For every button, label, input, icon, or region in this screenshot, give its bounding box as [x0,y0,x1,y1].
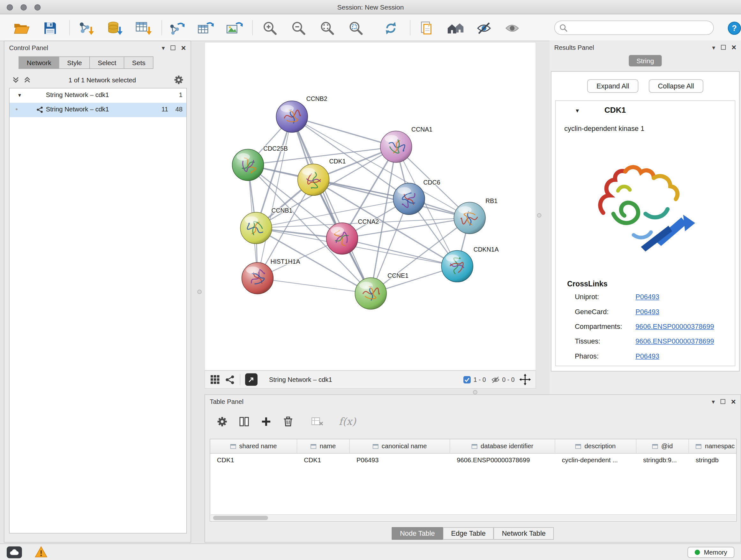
table-options-gear-icon[interactable] [216,416,228,428]
splitter-handle[interactable] [197,290,201,294]
crosslink-link[interactable]: 9606.ENSP00000378699 [635,337,714,345]
splitter-handle[interactable] [473,390,477,394]
eye-show-icon[interactable] [502,18,522,38]
float-panel-icon[interactable]: ▾ [712,398,715,405]
refresh-layout-icon[interactable] [381,18,401,38]
close-panel-icon[interactable]: × [731,397,736,406]
table-cell[interactable]: CDK1 [210,454,297,467]
table-row[interactable]: CDK1CDK1P064939606.ENSP00000378699cyclin… [210,454,736,467]
network-node-cdk1[interactable]: CDK1 [298,158,346,195]
maximize-panel-icon[interactable] [721,399,725,404]
table-cell[interactable]: P06493 [350,454,450,467]
memory-button[interactable]: Memory [688,547,734,557]
import-network-file-icon[interactable] [77,18,96,38]
table-cell[interactable]: CDK1 [297,454,350,467]
tab-edge-table[interactable]: Edge Table [443,527,494,540]
column-header-description[interactable]: description [555,439,636,453]
network-row[interactable]: ● String Network – cdk1 11 48 [10,103,186,117]
crosslink-link[interactable]: P06493 [635,352,659,360]
column-type-icon [311,444,316,449]
network-node-ccna1[interactable]: CCNA1 [381,126,432,163]
expand-all-button[interactable]: Expand All [588,79,638,93]
table-cell[interactable]: 9606.ENSP00000378699 [450,454,555,467]
maximize-panel-icon[interactable] [721,45,726,50]
network-node-hist1h1a[interactable]: HIST1H1A [242,258,300,294]
column-header-canonical-name[interactable]: canonical name [350,439,450,453]
delete-column-icon[interactable] [282,416,294,428]
share-network-icon[interactable] [225,374,235,384]
network-node-ccnb1[interactable]: CCNB1 [240,207,292,244]
grid-view-icon[interactable] [210,374,220,385]
network-canvas[interactable]: CCNB2CCNA1CDC25BCDK1CDC6RB1CCNB1CCNA2CDK… [205,42,536,371]
splitter-handle[interactable] [537,213,541,217]
column-header-namespac[interactable]: namespac [689,439,737,453]
eye-hide-icon[interactable] [474,18,493,38]
crosslink-link[interactable]: 9606.ENSP00000378699 [635,323,714,330]
table-cell[interactable]: stringdb:9... [636,454,689,467]
column-header--id[interactable]: @id [636,439,689,453]
close-panel-icon[interactable]: × [181,44,186,52]
zoom-in-icon[interactable] [260,18,280,38]
open-external-icon[interactable] [245,373,258,386]
pan-crosshair-icon[interactable] [519,374,531,385]
save-icon[interactable] [41,18,60,38]
export-network-icon[interactable] [167,18,186,38]
table-cell[interactable]: cyclin-dependent ... [555,454,636,467]
column-header-shared-name[interactable]: shared name [210,439,297,453]
collapse-all-networks-icon[interactable] [23,76,31,84]
horizontal-scrollbar[interactable] [211,514,736,520]
column-header-database-identifier[interactable]: database identifier [450,439,555,453]
collapse-gene-icon[interactable]: ▾ [576,107,579,114]
tree-expand-icon[interactable]: ▾ [18,91,21,98]
network-node-rb1[interactable]: RB1 [454,197,497,234]
expand-all-networks-icon[interactable] [12,76,19,84]
tab-sets[interactable]: Sets [124,57,153,69]
function-builder-icon[interactable]: f(x) [339,416,356,428]
add-column-icon[interactable] [260,416,272,428]
network-edge[interactable] [292,117,371,294]
tab-node-table[interactable]: Node Table [392,527,443,540]
table-cell[interactable]: stringdb [689,454,737,467]
crosslink-link[interactable]: P06493 [635,293,659,301]
float-panel-icon[interactable]: ▾ [162,45,165,51]
main-toolbar: ? [0,14,741,41]
column-header-name[interactable]: name [297,439,350,453]
maximize-panel-icon[interactable] [171,45,176,50]
search-input[interactable] [570,24,709,32]
zoom-out-icon[interactable] [289,18,308,38]
tab-style[interactable]: Style [59,57,90,69]
homes-icon[interactable] [446,18,465,38]
zoom-selected-icon[interactable] [346,18,365,38]
cloud-status-icon[interactable] [7,546,22,558]
export-table-icon[interactable] [196,18,215,38]
warning-icon[interactable] [35,546,48,558]
clear-table-icon[interactable] [311,416,324,427]
open-folder-icon[interactable] [12,18,31,38]
document-icon[interactable] [417,18,436,38]
tab-network[interactable]: Network [18,57,59,69]
network-edge[interactable] [258,278,371,294]
network-edge[interactable] [258,117,292,278]
tab-network-table[interactable]: Network Table [494,527,554,540]
close-panel-icon[interactable]: × [731,43,736,51]
scrollbar-thumb[interactable] [213,516,268,520]
show-columns-icon[interactable] [239,416,250,428]
collapse-all-button[interactable]: Collapse All [649,79,703,93]
network-node-cdkn1a[interactable]: CDKN1A [441,246,498,282]
crosslink-label: Uniprot: [575,293,599,301]
network-edge[interactable] [313,180,470,218]
crosslink-link[interactable]: P06493 [635,308,659,315]
network-collection-row[interactable]: ▾ String Network – cdk1 1 [10,88,186,103]
tab-select[interactable]: Select [90,57,124,69]
export-image-icon[interactable] [225,18,244,38]
string-tab-badge[interactable]: String [629,55,662,66]
float-panel-icon[interactable]: ▾ [712,44,716,50]
string-network-icon [37,106,44,115]
zoom-fit-icon[interactable] [318,18,337,38]
import-network-database-icon[interactable] [105,18,124,38]
help-icon[interactable]: ? [725,18,741,38]
network-options-gear-icon[interactable] [173,75,184,85]
network-edge[interactable] [292,117,396,146]
import-table-icon[interactable] [134,18,153,38]
network-node-ccnb2[interactable]: CCNB2 [276,95,327,132]
